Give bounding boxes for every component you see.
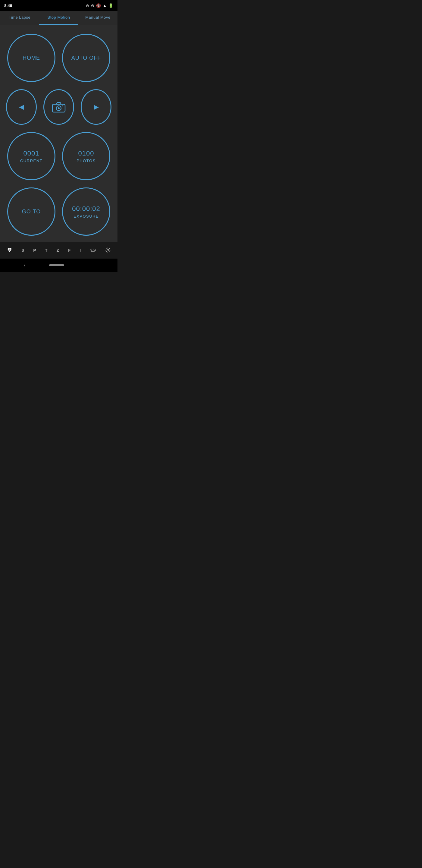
photos-button[interactable]: 0100 PHOTOS bbox=[62, 132, 110, 180]
svg-rect-4 bbox=[90, 249, 96, 251]
bottom-z-label: Z bbox=[57, 248, 59, 253]
exposure-value: 00:00:02 bbox=[72, 205, 100, 213]
home-button[interactable]: HOME bbox=[7, 34, 56, 82]
bottom-nav: S P T Z F I bbox=[0, 242, 118, 258]
bottom-nav-f[interactable]: F bbox=[68, 248, 70, 253]
button-row-2 bbox=[6, 89, 111, 125]
button-row-4: GO TO 00:00:02 EXPOSURE bbox=[6, 187, 111, 236]
photos-value: 0100 bbox=[78, 150, 94, 157]
tab-bar: Time Lapse Stop Motion Manual Move bbox=[0, 11, 118, 25]
current-button[interactable]: 0001 CURRENT bbox=[7, 132, 56, 180]
home-indicator[interactable] bbox=[49, 264, 64, 266]
next-button[interactable] bbox=[81, 89, 111, 125]
next-arrow-icon bbox=[94, 103, 99, 111]
svg-point-7 bbox=[93, 250, 94, 250]
bottom-nav-settings[interactable] bbox=[105, 247, 110, 253]
photos-label: PHOTOS bbox=[76, 158, 96, 163]
current-label: CURRENT bbox=[20, 158, 42, 163]
bottom-nav-t[interactable]: T bbox=[45, 248, 47, 253]
status-bar: 8:46 ⊖ ⊖ 🔇 ▲ 🔋 bbox=[0, 0, 118, 11]
bottom-i-label: I bbox=[79, 248, 81, 253]
auto-off-button[interactable]: AUTO OFF bbox=[62, 34, 110, 82]
goto-button[interactable]: GO TO bbox=[7, 187, 56, 236]
home-label: HOME bbox=[23, 55, 40, 61]
exposure-button[interactable]: 00:00:02 EXPOSURE bbox=[62, 187, 110, 236]
button-row-3: 0001 CURRENT 0100 PHOTOS bbox=[6, 132, 111, 180]
auto-off-label: AUTO OFF bbox=[71, 55, 101, 61]
bottom-f-label: F bbox=[68, 248, 70, 253]
bottom-t-label: T bbox=[45, 248, 47, 253]
bottom-nav-p[interactable]: P bbox=[33, 248, 36, 253]
tab-time-lapse[interactable]: Time Lapse bbox=[0, 11, 39, 25]
bottom-nav-gamepad[interactable] bbox=[90, 248, 96, 252]
tab-manual-move[interactable]: Manual Move bbox=[78, 11, 118, 25]
goto-label: GO TO bbox=[22, 209, 41, 215]
svg-point-9 bbox=[107, 249, 109, 251]
wifi-status-icon: ▲ bbox=[103, 3, 107, 8]
main-content: HOME AUTO OFF 0001 CURRENT bbox=[0, 25, 118, 242]
exposure-label: EXPOSURE bbox=[73, 214, 99, 218]
settings-icon bbox=[105, 247, 110, 253]
sim1-icon: ⊖ bbox=[86, 3, 89, 8]
bottom-p-label: P bbox=[33, 248, 36, 253]
svg-rect-3 bbox=[62, 105, 63, 106]
bottom-nav-wifi[interactable] bbox=[7, 248, 12, 252]
prev-arrow-icon bbox=[19, 103, 24, 111]
button-row-1: HOME AUTO OFF bbox=[6, 34, 111, 82]
wifi-bottom-icon bbox=[7, 248, 12, 252]
bottom-nav-s[interactable]: S bbox=[22, 248, 24, 253]
status-time: 8:46 bbox=[4, 3, 12, 8]
status-icons: ⊖ ⊖ 🔇 ▲ 🔋 bbox=[86, 3, 113, 8]
bottom-nav-z[interactable]: Z bbox=[57, 248, 59, 253]
system-nav: ‹ bbox=[0, 258, 118, 272]
camera-icon bbox=[52, 101, 66, 113]
bottom-s-label: S bbox=[22, 248, 24, 253]
back-button[interactable]: ‹ bbox=[24, 262, 25, 268]
volume-icon: 🔇 bbox=[96, 3, 101, 8]
svg-point-2 bbox=[58, 107, 60, 109]
camera-button[interactable] bbox=[43, 89, 74, 125]
battery-icon: 🔋 bbox=[108, 3, 113, 8]
current-value: 0001 bbox=[24, 150, 39, 157]
prev-button[interactable] bbox=[6, 89, 37, 125]
bottom-nav-i[interactable]: I bbox=[79, 248, 81, 253]
svg-point-8 bbox=[94, 250, 95, 251]
sim2-icon: ⊖ bbox=[91, 3, 94, 8]
gamepad-icon bbox=[90, 248, 96, 252]
tab-stop-motion[interactable]: Stop Motion bbox=[39, 11, 78, 25]
